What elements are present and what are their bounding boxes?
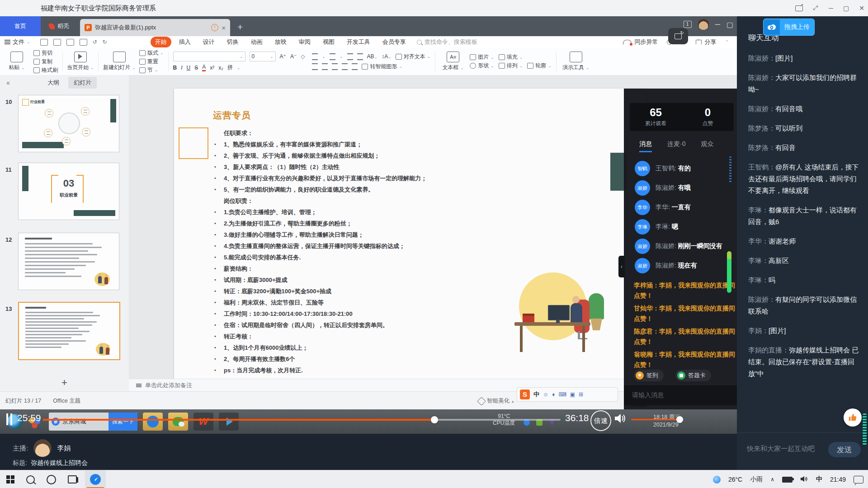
clear-format-icon[interactable]: ◇	[301, 53, 305, 60]
ime-mic-icon[interactable]: ♦	[552, 391, 555, 398]
section-button[interactable]: 节⌄	[139, 66, 164, 74]
smart-graphic-button[interactable]: 转智能图形⌄	[362, 63, 402, 70]
taskbar-search-icon[interactable]	[26, 475, 35, 484]
redo-icon[interactable]: ↻	[103, 39, 107, 46]
align-justify-icon[interactable]	[342, 63, 348, 70]
undo-icon[interactable]: ↺	[93, 39, 97, 46]
ime-keyboard-icon[interactable]: ⌨	[558, 391, 566, 398]
outline-button[interactable]: 轮廓⌄	[527, 62, 552, 70]
playback-speed-button[interactable]: 倍速	[590, 410, 611, 431]
tab-document[interactable]: P 弥越宣讲会最新(1).pptx ! ×	[80, 19, 230, 36]
ribbon-tab[interactable]: 审阅	[294, 37, 315, 47]
tab-docer[interactable]: 稻壳	[41, 16, 77, 36]
strikethrough-button[interactable]: S	[194, 65, 198, 71]
ime-skin-icon[interactable]: ▣	[570, 391, 575, 398]
superscript-button[interactable]: x²	[210, 65, 214, 71]
task-view-icon[interactable]	[68, 475, 77, 483]
theme-name[interactable]: Office 主题	[53, 397, 80, 405]
align-text-button[interactable]: 对齐文本⌄	[396, 53, 431, 61]
subscript-button[interactable]: x₂	[218, 65, 223, 71]
screen-rotate-float-button[interactable]	[668, 28, 688, 44]
decrease-font-icon[interactable]: A⁻	[290, 53, 297, 60]
command-search[interactable]: 查找命令、搜索模板	[417, 38, 477, 46]
pinyin-button[interactable]: 拼	[227, 64, 233, 71]
italic-button[interactable]: I	[181, 65, 182, 71]
action-center-icon[interactable]	[854, 476, 863, 483]
slide-thumbnail-10[interactable]: 行业前景	[18, 95, 119, 152]
live-tab[interactable]: 消息	[639, 139, 652, 152]
account-avatar[interactable]	[698, 19, 709, 30]
popout-window-icon[interactable]	[795, 5, 803, 11]
bold-button[interactable]: B	[173, 65, 177, 71]
sync-status-button[interactable]: 同步异常	[623, 38, 658, 46]
close-button[interactable]: ✕	[859, 5, 864, 12]
underline-button[interactable]: U	[187, 65, 191, 71]
active-app-tile[interactable]	[85, 470, 106, 488]
ribbon-tab[interactable]: 开发工具	[342, 37, 375, 47]
wps-maximize-button[interactable]: ▢	[726, 20, 733, 29]
volume-icon[interactable]	[614, 413, 627, 426]
volume-slider[interactable]	[631, 419, 680, 420]
font-size-combo[interactable]: 0⌄	[250, 52, 276, 61]
align-left-icon[interactable]	[312, 63, 318, 70]
wps-minimize-button[interactable]: ─	[715, 20, 720, 28]
new-slide-button[interactable]: 新建幻灯片⌄	[103, 52, 136, 71]
clock[interactable]: 21:49	[830, 476, 846, 483]
format-painter-button[interactable]: 格式刷	[33, 66, 58, 74]
tray-expand-icon[interactable]: ∧	[770, 476, 774, 483]
present-tools-button[interactable]: 演示工具⌄	[561, 52, 591, 71]
print-icon[interactable]	[66, 39, 74, 46]
save-icon[interactable]	[40, 39, 48, 46]
ime-mode[interactable]: 中	[533, 390, 539, 399]
start-button[interactable]	[6, 475, 14, 483]
weather[interactable]: 小雨	[750, 475, 763, 483]
pause-button[interactable]	[5, 413, 14, 425]
bullet-list-icon[interactable]	[312, 53, 318, 60]
collapse-panel-button[interactable]: «	[6, 79, 10, 86]
like-button[interactable]	[844, 408, 862, 427]
cut-button[interactable]: 剪切	[33, 49, 58, 57]
collapse-overlay-handle[interactable]: ‹	[618, 256, 625, 277]
shapes-button[interactable]: 形状⌄	[470, 62, 494, 70]
current-slide[interactable]: 运营专员 • 任职要求： • 1、熟悉传媒娱乐业，有丰富的媒体资源和推广渠道； …	[174, 89, 646, 379]
share-button[interactable]: 分享	[696, 38, 716, 46]
live-tab[interactable]: 连麦·0	[667, 139, 685, 152]
ribbon-tab[interactable]: 会员专享	[378, 37, 410, 47]
layout-button[interactable]: 版式⌄	[139, 49, 164, 57]
slide-thumbnail-12[interactable]	[18, 233, 119, 290]
ime-indicator[interactable]: 中	[816, 475, 822, 483]
maximize-button[interactable]: ▢	[843, 5, 849, 12]
cortana-icon[interactable]	[47, 475, 56, 484]
message-scrollbar[interactable]	[729, 156, 731, 183]
battery-icon[interactable]	[782, 477, 793, 483]
sogou-ime-icon[interactable]: S	[520, 389, 530, 399]
ribbon-tab[interactable]: 开始	[151, 37, 171, 47]
columns-icon[interactable]	[352, 63, 358, 70]
ribbon-tab[interactable]: 插入	[175, 37, 195, 47]
fill-button[interactable]: 填充⌄	[499, 53, 523, 61]
increase-font-icon[interactable]: A⁺	[280, 53, 286, 60]
chat-input[interactable]: 快来和大家一起互动吧	[747, 445, 815, 453]
tray-app-icon[interactable]	[713, 476, 721, 483]
play-from-current-button[interactable]: 当页开始⌄	[67, 52, 94, 71]
number-list-icon[interactable]	[330, 53, 335, 60]
ribbon-tab[interactable]: 放映	[270, 37, 291, 47]
answer-card-button[interactable]: 答题卡	[675, 370, 711, 381]
indent-increase-icon[interactable]	[357, 53, 363, 60]
add-slide-button[interactable]: +	[0, 377, 129, 389]
font-family-combo[interactable]: ⌄	[173, 52, 245, 61]
live-message-input[interactable]: 请输入消息	[624, 385, 737, 405]
netdisk-upload-button[interactable]: 拖拽上传	[763, 19, 815, 36]
new-tab-button[interactable]: +	[237, 22, 243, 36]
reset-button[interactable]: 重置	[139, 58, 164, 66]
ribbon-tab[interactable]: 视图	[318, 37, 339, 47]
ime-emoji-icon[interactable]: ☺	[543, 391, 548, 398]
file-menu-button[interactable]: 文件 ⌄	[5, 38, 30, 46]
paste-button[interactable]: 粘贴⌄	[4, 52, 30, 71]
taskbar-volume-icon[interactable]	[800, 475, 808, 484]
live-tab[interactable]: 观众	[701, 139, 713, 152]
seek-bar-knob[interactable]	[431, 416, 438, 423]
window-list-icon[interactable]: 1	[684, 21, 692, 28]
slide-thumbnail-13-selected[interactable]	[18, 302, 120, 360]
text-direction-button[interactable]: AB⌄	[367, 53, 378, 60]
